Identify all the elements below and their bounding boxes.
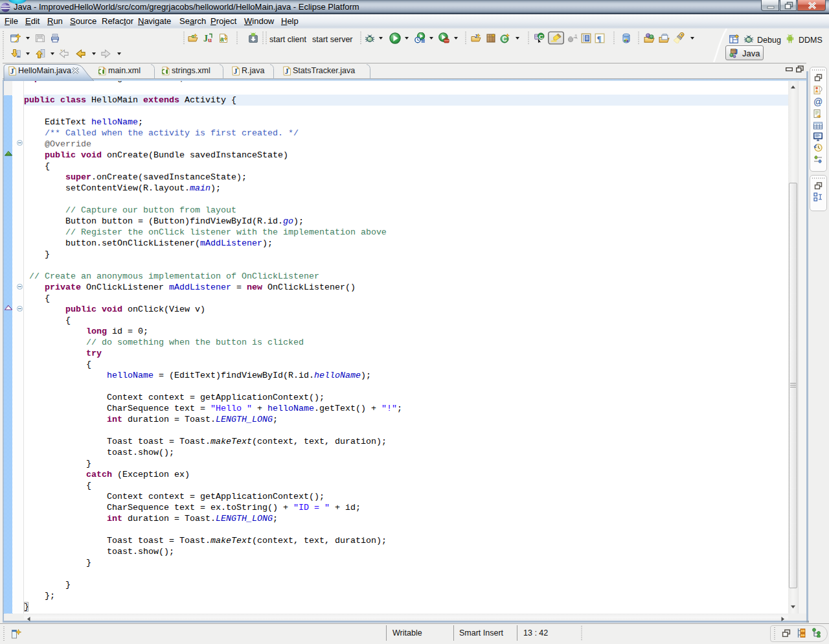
svg-text:u: u — [208, 36, 212, 43]
svg-text:J: J — [234, 67, 238, 75]
svg-text:J: J — [203, 34, 208, 43]
svg-text:a: a — [220, 36, 224, 43]
svg-text:¶: ¶ — [597, 34, 602, 43]
svg-text:J: J — [734, 49, 738, 56]
svg-text:J: J — [10, 67, 14, 75]
svg-text:C: C — [539, 33, 543, 40]
svg-text:@: @ — [813, 97, 823, 107]
svg-text:C: C — [503, 36, 507, 43]
svg-text:J: J — [285, 67, 289, 75]
